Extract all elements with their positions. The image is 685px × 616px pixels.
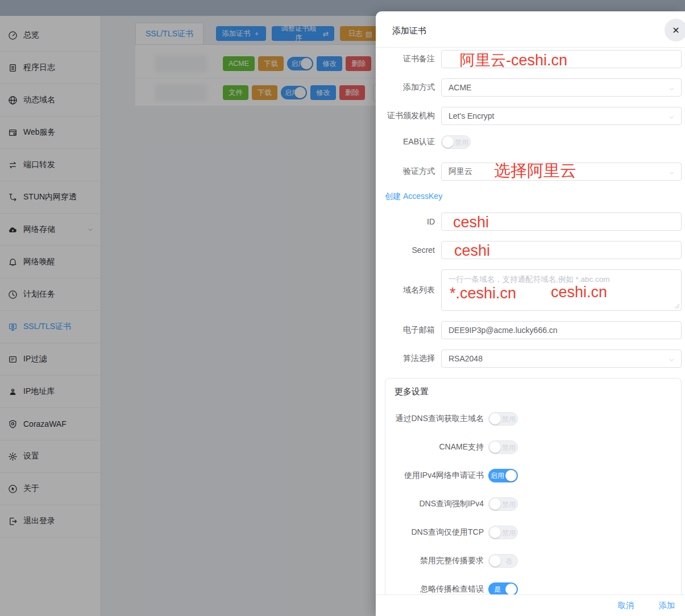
field-label: 证书颁发机构 xyxy=(376,111,435,121)
annotation-text: *.ceshi.cn xyxy=(450,286,516,301)
toggle-label: 忽略传播检查错误 xyxy=(395,584,484,594)
field-label: Secret xyxy=(376,245,435,255)
drawer-header: 添加证书 ✕ xyxy=(376,11,685,47)
chevron-down-icon xyxy=(669,86,675,92)
cert-note-input[interactable]: 阿里云-ceshi.cn xyxy=(441,50,682,68)
create-accesskey-link[interactable]: 创建 AccessKey xyxy=(385,192,442,202)
chevron-down-icon xyxy=(669,114,675,120)
close-icon: ✕ xyxy=(672,25,679,36)
disable-propagation-toggle[interactable]: 否 xyxy=(488,554,518,568)
more-settings-card: 更多设置 通过DNS查询获取主域名 禁用 CNAME支持 禁用 使用IPv4网络… xyxy=(385,378,682,595)
cname-support-toggle[interactable]: 禁用 xyxy=(488,440,518,454)
toggle-label: DNS查询强制IPv4 xyxy=(395,499,484,509)
toggle-knob xyxy=(442,136,454,148)
annotation-text: 阿里云-ceshi.cn xyxy=(460,53,567,68)
domain-list-textarea[interactable]: 一行一条域名，支持通配符域名,例如 *.abc.com *.ceshi.cn c… xyxy=(441,269,682,311)
field-label: 域名列表 xyxy=(376,285,435,295)
field-label: 证书备注 xyxy=(376,54,435,64)
email-input[interactable]: DEE9IP3p@acme.lucky666.cn xyxy=(441,321,682,339)
toggle-knob xyxy=(505,470,517,481)
ignore-propagation-errors-toggle[interactable]: 是 xyxy=(488,582,518,595)
toggle-label: 禁用完整传播要求 xyxy=(395,556,484,566)
toggle-knob xyxy=(489,555,501,567)
drawer-title: 添加证书 xyxy=(392,26,426,36)
add-method-select[interactable]: ACME xyxy=(441,78,682,97)
submit-add-button[interactable]: 添加 xyxy=(659,601,675,611)
accesskey-id-input[interactable]: ceshi xyxy=(441,213,682,231)
chevron-down-icon xyxy=(669,170,675,176)
algorithm-select[interactable]: RSA2048 xyxy=(441,349,682,368)
toggle-label: CNAME支持 xyxy=(395,442,484,452)
toggle-knob xyxy=(489,413,501,424)
annotation-text: ceshi xyxy=(453,215,489,230)
field-label: 电子邮箱 xyxy=(376,325,435,335)
accesskey-secret-input[interactable]: ceshi xyxy=(441,241,682,259)
ca-select[interactable]: Let's Encrypt xyxy=(441,107,682,125)
toggle-knob xyxy=(505,584,517,595)
eab-toggle[interactable]: 禁用 xyxy=(441,135,471,149)
drawer-body: 证书备注 阿里云-ceshi.cn 添加方式 ACME 证书颁发机构 Let's… xyxy=(376,47,685,595)
annotation-text: 选择阿里云 xyxy=(494,163,576,179)
drawer-footer: 取消 添加 xyxy=(376,594,685,616)
toggle-label: 通过DNS查询获取主域名 xyxy=(395,414,484,424)
field-label: 验证方式 xyxy=(376,167,435,177)
dns-tcp-only-toggle[interactable]: 禁用 xyxy=(488,526,518,539)
dns-main-domain-toggle[interactable]: 禁用 xyxy=(488,412,518,426)
toggle-knob xyxy=(489,527,501,538)
resize-handle[interactable] xyxy=(674,303,680,309)
verify-method-select[interactable]: 阿里云 选择阿里云 xyxy=(441,163,682,181)
annotation-text: ceshi.cn xyxy=(551,285,607,300)
chevron-down-icon xyxy=(669,357,675,363)
field-label: 算法选择 xyxy=(376,353,435,364)
add-cert-drawer: 添加证书 ✕ 证书备注 阿里云-ceshi.cn 添加方式 ACME 证书颁发机… xyxy=(376,11,685,616)
more-settings-title: 更多设置 xyxy=(395,386,672,397)
toggle-label: DNS查询仅使用TCP xyxy=(395,527,484,538)
cancel-button[interactable]: 取消 xyxy=(618,601,634,611)
annotation-text: ceshi xyxy=(454,243,490,259)
textarea-placeholder: 一行一条域名，支持通配符域名,例如 *.abc.com xyxy=(449,274,610,285)
toggle-knob xyxy=(489,498,501,510)
toggle-knob xyxy=(489,442,501,453)
toggle-label: 使用IPv4网络申请证书 xyxy=(395,471,484,481)
field-label: 添加方式 xyxy=(376,82,435,93)
field-label: ID xyxy=(376,217,435,226)
ipv4-network-toggle[interactable]: 启用 xyxy=(488,469,518,482)
dns-force-ipv4-toggle[interactable]: 禁用 xyxy=(488,497,518,511)
field-label: EAB认证 xyxy=(376,137,435,147)
close-button[interactable]: ✕ xyxy=(665,19,685,41)
